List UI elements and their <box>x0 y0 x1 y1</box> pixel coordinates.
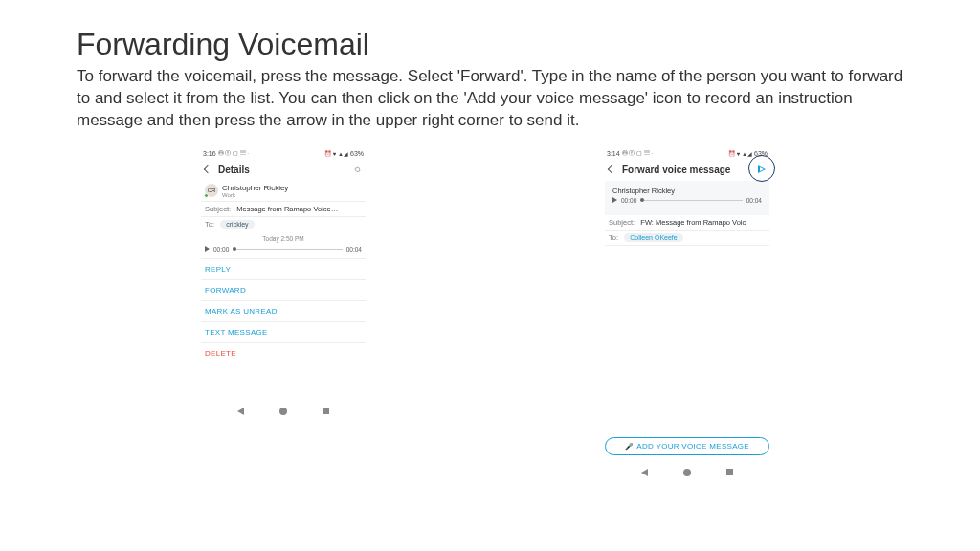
status-icons-right: ⏰ ♥ ▲◢ <box>728 150 752 157</box>
contact-row[interactable]: CR Christopher Rickley Work <box>201 181 366 202</box>
attached-voicemail: Christopher Rickley 00:00 00:04 <box>605 181 769 215</box>
status-battery: 63% <box>350 150 364 157</box>
status-battery: 63% <box>754 150 768 157</box>
avatar: CR <box>205 184 218 197</box>
status-time: 3:16 <box>203 150 216 157</box>
header-title: Details <box>218 165 353 175</box>
status-time: 3:14 <box>607 150 620 157</box>
page-title: Forwarding Voicemail <box>77 27 903 62</box>
header-title: Forward voice message <box>622 165 758 175</box>
to-row: To: crickley <box>201 217 366 231</box>
nav-home-icon[interactable] <box>279 408 287 415</box>
audio-track[interactable] <box>640 200 742 201</box>
play-time-start: 00:00 <box>213 246 229 253</box>
contact-name: Christopher Rickley <box>222 184 288 192</box>
recipient-chip[interactable]: crickley <box>220 220 254 229</box>
message-timestamp: Today 2:50 PM <box>201 231 366 244</box>
mark-unread-button[interactable]: MARK AS UNREAD <box>201 301 366 322</box>
audio-player[interactable]: 00:00 00:04 <box>201 244 366 259</box>
instruction-paragraph: To forward the voicemail, press the mess… <box>77 66 903 132</box>
screen-header: Forward voice message <box>605 159 769 181</box>
subject-row: Subject: Message from Ramapo Voice… <box>201 202 366 217</box>
nav-recents-icon[interactable] <box>323 408 329 414</box>
send-icon[interactable] <box>758 165 766 173</box>
status-icons-right: ⏰ ♥ ▲◢ <box>324 150 348 157</box>
presence-dot-icon <box>204 193 209 198</box>
play-icon[interactable] <box>205 246 210 252</box>
status-icons-left: ⓜ ⓕ ▢ ▤ · <box>218 149 249 158</box>
status-bar: 3:16 ⓜ ⓕ ▢ ▤ · ⏰ ♥ ▲◢ 63% <box>201 149 366 159</box>
add-voice-label: ADD YOUR VOICE MESSAGE <box>636 442 749 451</box>
subject-row[interactable]: Subject: FW: Message from Ramapo Voic <box>605 215 769 231</box>
microphone-icon: 🎤 <box>625 443 634 450</box>
play-time-start: 00:00 <box>621 197 636 204</box>
subject-label: Subject: <box>609 218 635 227</box>
avatar-initials: CR <box>208 187 216 193</box>
android-navbar <box>201 402 366 415</box>
back-icon[interactable] <box>204 165 212 173</box>
back-icon[interactable] <box>608 165 615 173</box>
forward-button[interactable]: FORWARD <box>201 280 366 301</box>
nav-back-icon[interactable] <box>237 408 244 415</box>
reply-button[interactable]: REPLY <box>201 259 366 280</box>
phone-screenshots: 3:16 ⓜ ⓕ ▢ ▤ · ⏰ ♥ ▲◢ 63% Details CR <box>201 149 903 476</box>
to-label: To: <box>205 220 214 229</box>
screen-header: Details <box>201 159 366 181</box>
status-icons-left: ⓜ ⓕ ▢ ▤ · <box>622 149 653 158</box>
recipient-chip[interactable]: Colleen OKeefe <box>624 233 682 242</box>
text-message-button[interactable]: TEXT MESSAGE <box>201 322 366 343</box>
play-time-end: 00:04 <box>346 246 362 253</box>
subject-value: FW: Message from Ramapo Voic <box>640 218 746 227</box>
nav-recents-icon[interactable] <box>726 469 733 475</box>
call-icon[interactable] <box>355 166 361 172</box>
play-time-end: 00:04 <box>746 197 762 204</box>
audio-player[interactable]: 00:00 00:04 <box>609 195 766 209</box>
subject-value: Message from Ramapo Voice… <box>236 205 338 213</box>
nav-home-icon[interactable] <box>683 469 691 476</box>
nav-back-icon[interactable] <box>641 469 648 476</box>
attached-contact-name: Christopher Rickley <box>609 183 766 195</box>
audio-track[interactable] <box>233 249 342 250</box>
phone-details: 3:16 ⓜ ⓕ ▢ ▤ · ⏰ ♥ ▲◢ 63% Details CR <box>201 149 366 476</box>
to-label: To: <box>609 233 618 242</box>
subject-label: Subject: <box>205 205 231 213</box>
delete-button[interactable]: DELETE <box>201 343 366 364</box>
phone-forward: 3:14 ⓜ ⓕ ▢ ▤ · ⏰ ♥ ▲◢ 63% Forward voice … <box>605 149 769 476</box>
to-row[interactable]: To: Colleen OKeefe <box>605 231 769 246</box>
add-voice-message-button[interactable]: 🎤ADD YOUR VOICE MESSAGE <box>605 437 769 455</box>
android-navbar <box>605 463 769 476</box>
play-icon[interactable] <box>612 197 617 203</box>
contact-subtitle: Work <box>222 192 288 198</box>
status-bar: 3:14 ⓜ ⓕ ▢ ▤ · ⏰ ♥ ▲◢ 63% <box>605 149 769 159</box>
